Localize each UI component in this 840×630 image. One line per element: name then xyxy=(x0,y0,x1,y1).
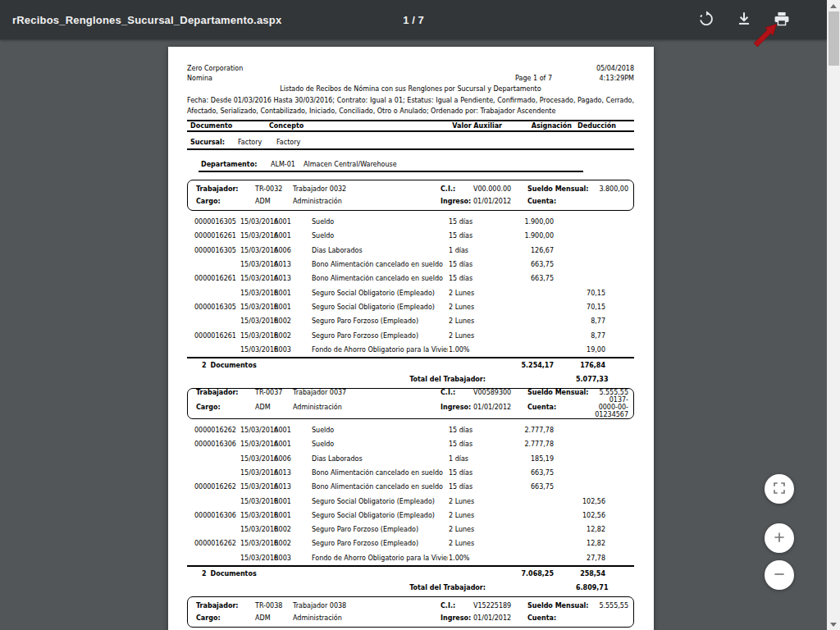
cell-asignacion: 663,75 xyxy=(504,261,576,268)
cell-valor: 2 Lunes xyxy=(448,512,504,519)
cell-codigo: R001 xyxy=(272,512,310,519)
worker-total-row: Total del Trabajador: 6.809,71 xyxy=(187,581,634,595)
table-row: 15/03/2016 A006 Dias Laborados 1 días 18… xyxy=(187,452,634,466)
report-filters: Fecha: Desde 01/03/2016 Hasta 30/03/2016… xyxy=(187,95,634,116)
fit-to-page-icon xyxy=(772,481,787,498)
cell-codigo: R002 xyxy=(272,526,310,533)
trabajador-label: Trabajador: xyxy=(196,602,255,609)
table-row: 15/03/2016 R002 Seguro Paro Forzoso (Emp… xyxy=(187,523,634,536)
vertical-scrollbar[interactable] xyxy=(827,0,840,630)
table-row: 0000016262 15/03/2016 A013 Bono Alimenta… xyxy=(187,480,634,494)
cell-deduccion: 12,82 xyxy=(576,526,634,533)
cell-deduccion: 70,15 xyxy=(576,290,634,297)
worker-ingreso: 01/01/2012 xyxy=(473,614,527,622)
scroll-down-arrow-icon[interactable] xyxy=(827,619,840,630)
cell-fecha: 15/03/2016 xyxy=(238,317,272,325)
ingreso-label: Ingreso: xyxy=(429,198,473,205)
cell-documento: 0000016305 xyxy=(187,304,238,311)
workers-container: Trabajador: TR-0032 Trabajador 0032 C.I.… xyxy=(187,180,634,628)
col-deduccion: Deducción xyxy=(576,122,634,130)
report-content: Zero Corporation 05/04/2018 Nomina Page … xyxy=(187,47,634,630)
scroll-up-arrow-icon[interactable] xyxy=(827,0,840,11)
worker-ci: V00.000.00 xyxy=(473,185,527,193)
download-icon xyxy=(735,10,753,30)
ci-label: C.I.: xyxy=(429,602,473,609)
trabajador-label: Trabajador: xyxy=(196,389,255,396)
cell-fecha: 15/03/2016 xyxy=(238,441,272,448)
table-row: 0000016305 15/03/2016 A001 Sueldo 15 día… xyxy=(187,215,634,229)
departamento-row: Departamento: ALM-01 Almacen Central/War… xyxy=(199,161,583,172)
zoom-out-button[interactable] xyxy=(765,560,794,590)
table-row: 15/03/2016 A013 Bono Alimentación cancel… xyxy=(187,466,634,480)
cell-valor: 15 días xyxy=(448,232,504,240)
cell-concepto: Seguro Social Obligatorio (Empleado) xyxy=(310,290,448,297)
cell-documento: 0000016305 xyxy=(187,247,238,254)
table-row: 0000016261 15/03/2016 A001 Sueldo 15 día… xyxy=(187,229,634,243)
sueldo-label: Sueldo Mensual: xyxy=(527,602,591,609)
departamento-name: Almacen Central/Warehouse xyxy=(304,161,397,168)
table-row: 15/03/2016 R001 Seguro Social Obligatori… xyxy=(187,285,634,299)
cell-valor: 2 Lunes xyxy=(448,540,504,547)
rotate-button[interactable] xyxy=(696,10,716,30)
table-row: 0000016261 15/03/2016 R002 Seguro Paro F… xyxy=(187,328,634,342)
fit-to-page-button[interactable] xyxy=(765,474,794,504)
cell-valor: 1 días xyxy=(448,455,504,463)
worker-code: TR-0032 xyxy=(255,185,293,193)
cell-deduccion: 70,15 xyxy=(576,304,634,311)
worker-section: Trabajador: TR-0032 Trabajador 0032 C.I.… xyxy=(187,180,634,386)
cell-asignacion: 126,67 xyxy=(504,247,576,254)
cell-valor: 15 días xyxy=(448,261,504,268)
table-row: 0000016261 15/03/2016 A013 Bono Alimenta… xyxy=(187,272,634,285)
cargo-code: ADM xyxy=(255,614,293,622)
cell-documento: 0000016262 xyxy=(187,540,238,547)
cell-valor: 15 días xyxy=(448,218,504,226)
total-asignacion: 5.254,17 xyxy=(504,362,576,369)
cell-concepto: Sueldo xyxy=(310,232,448,240)
cell-documento: 0000016262 xyxy=(187,483,238,491)
worker-name: Trabajador 0038 xyxy=(293,602,429,609)
cell-fecha: 15/03/2016 xyxy=(238,275,272,282)
zoom-in-button[interactable] xyxy=(765,523,794,553)
cell-concepto: Seguro Paro Forzoso (Empleado) xyxy=(310,317,448,325)
documentos-label: Documentos xyxy=(211,570,257,578)
departamento-code: ALM-01 xyxy=(271,161,304,168)
worker-code: TR-0038 xyxy=(255,602,293,609)
company-name: Zero Corporation xyxy=(187,64,243,73)
cell-deduccion: 27,78 xyxy=(576,555,634,562)
cell-fecha: 15/03/2016 xyxy=(238,232,272,240)
cell-concepto: Seguro Social Obligatorio (Empleado) xyxy=(310,512,448,519)
ingreso-label: Ingreso: xyxy=(429,404,473,411)
cell-concepto: Dias Laborados xyxy=(310,247,448,254)
sucursal-code: Factory xyxy=(238,139,276,146)
detail-rows: 0000016305 15/03/2016 A001 Sueldo 15 día… xyxy=(187,215,634,357)
col-valor-auxiliar: Valor Auxiliar xyxy=(448,122,504,130)
table-row: 0000016262 15/03/2016 A001 Sueldo 15 día… xyxy=(187,423,634,437)
cell-deduccion: 102,56 xyxy=(576,512,634,519)
scrollbar-thumb[interactable] xyxy=(829,11,839,66)
cell-fecha: 15/03/2016 xyxy=(238,483,272,491)
cell-codigo: R001 xyxy=(272,290,310,297)
report-page: Zero Corporation 05/04/2018 Nomina Page … xyxy=(168,47,654,630)
cell-codigo: A001 xyxy=(272,427,310,434)
red-arrow-pointer xyxy=(751,22,778,52)
doc-count: 2 xyxy=(202,362,207,369)
minus-icon xyxy=(772,567,787,584)
cell-codigo: A001 xyxy=(272,218,310,226)
cell-fecha: 15/03/2016 xyxy=(238,261,272,268)
cell-fecha: 15/03/2016 xyxy=(238,290,272,297)
cell-valor: 1.00% xyxy=(448,346,504,354)
worker-ingreso: 01/01/2012 xyxy=(473,404,527,411)
cell-concepto: Bono Alimentación cancelado en sueldo xyxy=(310,275,448,282)
cell-concepto: Bono Alimentación cancelado en sueldo xyxy=(310,469,448,477)
ci-label: C.I.: xyxy=(429,185,473,193)
table-row: 15/03/2016 A013 Bono Alimentación cancel… xyxy=(187,258,634,272)
cell-fecha: 15/03/2016 xyxy=(238,218,272,226)
table-row: 0000016306 15/03/2016 A001 Sueldo 15 día… xyxy=(187,437,634,451)
worker-section: Trabajador: TR-0037 Trabajador 0037 C.I.… xyxy=(187,388,634,595)
cell-fecha: 15/03/2016 xyxy=(238,512,272,519)
cell-valor: 15 días xyxy=(448,427,504,434)
sucursal-label: Sucursal: xyxy=(187,139,238,146)
cell-fecha: 15/03/2016 xyxy=(238,526,272,533)
cell-asignacion: 1.900,00 xyxy=(504,218,576,226)
report-title: Listado de Recibos de Nómina con sus Ren… xyxy=(187,84,634,94)
